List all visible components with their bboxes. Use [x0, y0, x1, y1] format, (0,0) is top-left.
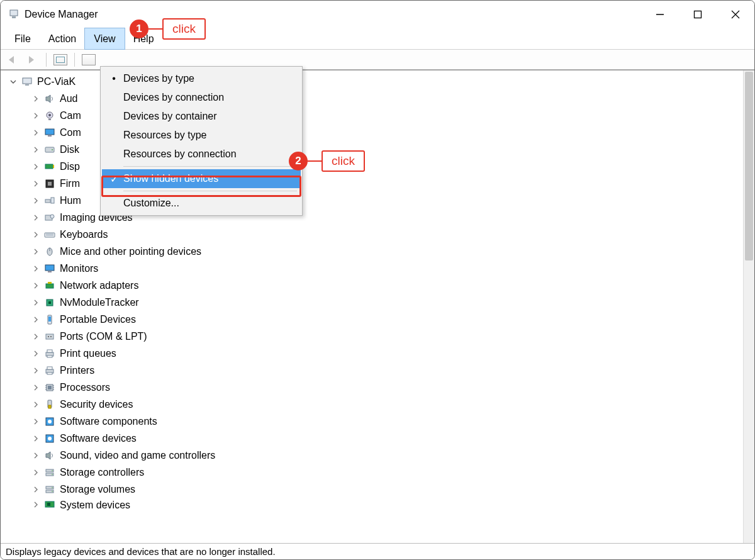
chevron-right-icon[interactable] — [31, 264, 41, 274]
toolbar-separator — [46, 53, 47, 67]
svg-rect-44 — [47, 372, 52, 374]
tree-node[interactable]: Software components — [1, 413, 743, 430]
svg-rect-29 — [48, 271, 52, 272]
tree-node[interactable]: Security devices — [1, 396, 743, 413]
svg-point-9 — [48, 114, 51, 116]
maximize-button[interactable] — [679, 1, 717, 28]
tree-node[interactable]: Mice and other pointing devices — [1, 243, 743, 260]
chevron-right-icon[interactable] — [31, 247, 41, 257]
tree-node[interactable]: NvModuleTracker — [1, 294, 743, 311]
menu-file[interactable]: File — [6, 28, 40, 49]
menu-view[interactable]: View — [85, 28, 124, 49]
keyboard-icon — [43, 228, 56, 241]
computer-icon — [21, 76, 33, 88]
chevron-right-icon[interactable] — [31, 349, 41, 359]
chevron-right-icon[interactable] — [31, 332, 41, 342]
chevron-right-icon[interactable] — [31, 145, 41, 155]
forward-button[interactable] — [25, 52, 40, 67]
tree-node-label: Network adapters — [60, 277, 138, 294]
menu-item-resources-by-type[interactable]: Resources by type — [102, 126, 301, 145]
tree-node[interactable]: System devices — [1, 498, 743, 512]
speaker-icon — [43, 92, 56, 105]
tree-node[interactable]: Storage volumes — [1, 481, 743, 498]
tree-node[interactable]: Monitors — [1, 260, 743, 277]
menu-separator — [123, 191, 297, 191]
chevron-right-icon[interactable] — [31, 213, 41, 223]
tree-node[interactable]: Processors — [1, 379, 743, 396]
tree-node-label: Keyboards — [60, 226, 108, 243]
svg-rect-46 — [48, 386, 52, 389]
chevron-right-icon[interactable] — [31, 400, 41, 410]
svg-point-56 — [48, 420, 52, 423]
svg-rect-40 — [47, 350, 52, 352]
chevron-right-icon[interactable] — [31, 366, 41, 376]
disk-icon — [43, 143, 56, 156]
tree-node[interactable]: Portable Devices — [1, 311, 743, 328]
close-button[interactable] — [717, 1, 754, 28]
tree-node[interactable]: Sound, video and game controllers — [1, 447, 743, 464]
chevron-right-icon[interactable] — [31, 500, 41, 510]
svg-rect-19 — [45, 199, 50, 203]
system-icon — [43, 498, 56, 511]
tree-node-label: Disk — [60, 141, 79, 158]
tree-node-label: Ports (COM & LPT) — [60, 328, 147, 345]
chevron-right-icon[interactable] — [31, 111, 41, 121]
chevron-right-icon[interactable] — [31, 162, 41, 172]
svg-rect-1 — [12, 16, 16, 18]
chevron-right-icon[interactable] — [31, 434, 41, 444]
menu-item-devices-by-container[interactable]: Devices by container — [102, 107, 301, 126]
storage-icon — [43, 483, 56, 496]
svg-rect-54 — [48, 405, 51, 408]
toolbar-separator — [74, 53, 75, 67]
menu-item-devices-by-connection[interactable]: Devices by connection — [102, 88, 301, 107]
chevron-right-icon[interactable] — [31, 94, 41, 104]
chevron-right-icon[interactable] — [31, 484, 41, 495]
view-dropdown-menu: •Devices by typeDevices by connectionDev… — [100, 66, 303, 216]
menu-item-show-hidden-devices[interactable]: ✓Show hidden devices — [102, 169, 301, 188]
show-hide-console-tree-button[interactable] — [53, 52, 68, 67]
chevron-right-icon[interactable] — [31, 179, 41, 189]
chevron-right-icon[interactable] — [31, 128, 41, 138]
svg-rect-18 — [48, 182, 52, 186]
chevron-right-icon[interactable] — [31, 196, 41, 206]
tree-node[interactable]: Printers — [1, 362, 743, 379]
back-button[interactable] — [6, 52, 21, 67]
menu-item-label: Customize... — [123, 198, 179, 209]
svg-rect-16 — [53, 165, 54, 168]
minimize-button[interactable] — [641, 1, 679, 28]
chevron-right-icon[interactable] — [31, 315, 41, 325]
monitor-icon — [43, 126, 56, 139]
menu-item-devices-by-type[interactable]: •Devices by type — [102, 69, 301, 88]
chevron-right-icon[interactable] — [31, 468, 41, 478]
chevron-down-icon[interactable] — [8, 77, 18, 87]
storage-icon — [43, 466, 56, 479]
svg-rect-7 — [25, 84, 29, 86]
tree-node[interactable]: Network adapters — [1, 277, 743, 294]
tree-node[interactable]: Keyboards — [1, 226, 743, 243]
chevron-right-icon[interactable] — [31, 230, 41, 240]
svg-rect-36 — [46, 334, 53, 339]
chevron-right-icon[interactable] — [31, 417, 41, 427]
tree-node[interactable]: Ports (COM & LPT) — [1, 328, 743, 345]
tree-node[interactable]: Software devices — [1, 430, 743, 447]
chevron-right-icon[interactable] — [31, 298, 41, 308]
tree-node-label: Sound, video and game controllers — [60, 447, 215, 464]
help-button[interactable] — [81, 52, 96, 67]
menu-item-resources-by-connection[interactable]: Resources by connection — [102, 145, 301, 164]
tree-node-label: Firm — [60, 175, 80, 192]
vertical-scrollbar[interactable] — [743, 70, 754, 543]
svg-rect-28 — [45, 265, 54, 271]
tree-node[interactable]: Print queues — [1, 345, 743, 362]
chevron-right-icon[interactable] — [31, 383, 41, 393]
tree-node-label: Monitors — [60, 260, 98, 277]
tree-node[interactable]: Storage controllers — [1, 464, 743, 481]
menu-item-customize[interactable]: Customize... — [102, 194, 301, 213]
menu-item-label: Devices by type — [123, 73, 194, 84]
chevron-right-icon[interactable] — [31, 281, 41, 291]
svg-rect-10 — [48, 119, 51, 120]
mouse-icon — [43, 245, 56, 258]
annotation-step2-number: 2 — [289, 152, 308, 171]
chevron-right-icon[interactable] — [31, 451, 41, 461]
menu-action[interactable]: Action — [40, 28, 85, 49]
scrollbar-thumb[interactable] — [745, 72, 753, 260]
